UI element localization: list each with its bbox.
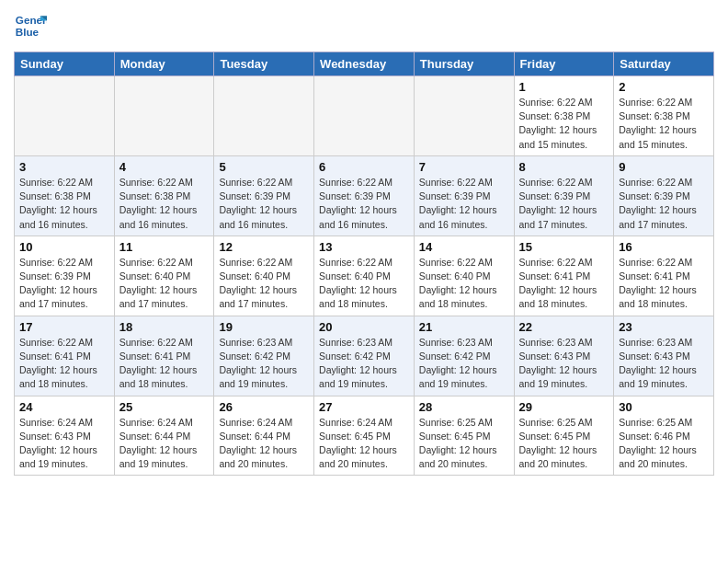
calendar-week-1: 1Sunrise: 6:22 AM Sunset: 6:38 PM Daylig… <box>15 76 714 156</box>
day-info: Sunrise: 6:22 AM Sunset: 6:41 PM Dayligh… <box>119 336 210 392</box>
calendar-cell: 5Sunrise: 6:22 AM Sunset: 6:39 PM Daylig… <box>214 155 314 236</box>
calendar-cell <box>414 76 514 156</box>
day-number: 13 <box>319 240 409 254</box>
day-info: Sunrise: 6:25 AM Sunset: 6:46 PM Dayligh… <box>619 416 709 472</box>
day-number: 28 <box>419 400 509 414</box>
calendar-cell: 7Sunrise: 6:22 AM Sunset: 6:39 PM Daylig… <box>414 155 514 236</box>
calendar-cell: 11Sunrise: 6:22 AM Sunset: 6:40 PM Dayli… <box>114 236 214 316</box>
calendar-cell: 2Sunrise: 6:22 AM Sunset: 6:38 PM Daylig… <box>614 76 714 156</box>
calendar-cell: 10Sunrise: 6:22 AM Sunset: 6:39 PM Dayli… <box>15 236 115 316</box>
day-number: 25 <box>119 400 210 414</box>
day-number: 15 <box>519 240 609 254</box>
day-info: Sunrise: 6:23 AM Sunset: 6:42 PM Dayligh… <box>419 336 509 392</box>
weekday-header-wednesday: Wednesday <box>314 52 415 76</box>
day-number: 16 <box>619 240 709 254</box>
weekday-header-thursday: Thursday <box>414 52 514 76</box>
day-number: 23 <box>619 320 709 334</box>
day-info: Sunrise: 6:22 AM Sunset: 6:39 PM Dayligh… <box>319 176 409 232</box>
calendar-cell: 29Sunrise: 6:25 AM Sunset: 6:45 PM Dayli… <box>514 396 614 476</box>
calendar-cell: 18Sunrise: 6:22 AM Sunset: 6:41 PM Dayli… <box>114 316 214 396</box>
calendar-week-5: 24Sunrise: 6:24 AM Sunset: 6:43 PM Dayli… <box>15 396 714 476</box>
calendar-cell: 1Sunrise: 6:22 AM Sunset: 6:38 PM Daylig… <box>514 76 614 156</box>
day-info: Sunrise: 6:22 AM Sunset: 6:40 PM Dayligh… <box>219 256 309 312</box>
weekday-header-sunday: Sunday <box>15 52 115 76</box>
day-info: Sunrise: 6:22 AM Sunset: 6:39 PM Dayligh… <box>519 176 609 232</box>
day-number: 14 <box>419 240 509 254</box>
calendar-cell <box>314 76 415 156</box>
calendar-cell: 27Sunrise: 6:24 AM Sunset: 6:45 PM Dayli… <box>314 396 415 476</box>
calendar-week-2: 3Sunrise: 6:22 AM Sunset: 6:38 PM Daylig… <box>15 155 714 236</box>
svg-text:Blue: Blue <box>16 26 40 38</box>
calendar-cell: 12Sunrise: 6:22 AM Sunset: 6:40 PM Dayli… <box>214 236 314 316</box>
day-info: Sunrise: 6:25 AM Sunset: 6:45 PM Dayligh… <box>519 416 609 472</box>
calendar-cell: 21Sunrise: 6:23 AM Sunset: 6:42 PM Dayli… <box>414 316 514 396</box>
logo: General Blue <box>14 9 51 42</box>
day-info: Sunrise: 6:22 AM Sunset: 6:39 PM Dayligh… <box>419 176 509 232</box>
logo-icon: General Blue <box>14 9 47 42</box>
calendar-cell: 9Sunrise: 6:22 AM Sunset: 6:39 PM Daylig… <box>614 155 714 236</box>
day-info: Sunrise: 6:22 AM Sunset: 6:41 PM Dayligh… <box>619 256 709 312</box>
day-info: Sunrise: 6:23 AM Sunset: 6:43 PM Dayligh… <box>619 336 709 392</box>
weekday-header-friday: Friday <box>514 52 614 76</box>
day-info: Sunrise: 6:23 AM Sunset: 6:42 PM Dayligh… <box>319 336 409 392</box>
day-info: Sunrise: 6:22 AM Sunset: 6:38 PM Dayligh… <box>519 96 609 152</box>
calendar-cell: 15Sunrise: 6:22 AM Sunset: 6:41 PM Dayli… <box>514 236 614 316</box>
day-info: Sunrise: 6:22 AM Sunset: 6:38 PM Dayligh… <box>19 176 109 232</box>
day-info: Sunrise: 6:23 AM Sunset: 6:42 PM Dayligh… <box>219 336 309 392</box>
day-info: Sunrise: 6:23 AM Sunset: 6:43 PM Dayligh… <box>519 336 609 392</box>
calendar-cell: 16Sunrise: 6:22 AM Sunset: 6:41 PM Dayli… <box>614 236 714 316</box>
weekday-header-tuesday: Tuesday <box>214 52 314 76</box>
day-number: 30 <box>619 400 709 414</box>
day-info: Sunrise: 6:24 AM Sunset: 6:44 PM Dayligh… <box>119 416 210 472</box>
day-info: Sunrise: 6:24 AM Sunset: 6:44 PM Dayligh… <box>219 416 309 472</box>
calendar-cell: 20Sunrise: 6:23 AM Sunset: 6:42 PM Dayli… <box>314 316 415 396</box>
day-info: Sunrise: 6:22 AM Sunset: 6:38 PM Dayligh… <box>119 176 210 232</box>
page: General Blue SundayMondayTuesdayWednesda… <box>0 0 728 485</box>
day-info: Sunrise: 6:22 AM Sunset: 6:40 PM Dayligh… <box>319 256 409 312</box>
calendar-cell: 24Sunrise: 6:24 AM Sunset: 6:43 PM Dayli… <box>15 396 115 476</box>
day-number: 8 <box>519 160 609 174</box>
day-number: 18 <box>119 320 210 334</box>
day-number: 3 <box>19 160 109 174</box>
day-info: Sunrise: 6:24 AM Sunset: 6:43 PM Dayligh… <box>19 416 109 472</box>
day-number: 29 <box>519 400 609 414</box>
day-number: 19 <box>219 320 309 334</box>
day-number: 24 <box>19 400 109 414</box>
calendar-cell <box>15 76 115 156</box>
day-number: 7 <box>419 160 509 174</box>
calendar-cell: 22Sunrise: 6:23 AM Sunset: 6:43 PM Dayli… <box>514 316 614 396</box>
day-info: Sunrise: 6:22 AM Sunset: 6:39 PM Dayligh… <box>19 256 109 312</box>
calendar-cell: 30Sunrise: 6:25 AM Sunset: 6:46 PM Dayli… <box>614 396 714 476</box>
day-number: 4 <box>119 160 210 174</box>
day-number: 26 <box>219 400 309 414</box>
day-info: Sunrise: 6:22 AM Sunset: 6:40 PM Dayligh… <box>119 256 210 312</box>
day-info: Sunrise: 6:22 AM Sunset: 6:41 PM Dayligh… <box>519 256 609 312</box>
calendar-cell: 19Sunrise: 6:23 AM Sunset: 6:42 PM Dayli… <box>214 316 314 396</box>
header: General Blue <box>14 9 714 42</box>
day-number: 2 <box>619 80 709 94</box>
day-info: Sunrise: 6:22 AM Sunset: 6:40 PM Dayligh… <box>419 256 509 312</box>
day-info: Sunrise: 6:25 AM Sunset: 6:45 PM Dayligh… <box>419 416 509 472</box>
day-number: 9 <box>619 160 709 174</box>
calendar-cell: 17Sunrise: 6:22 AM Sunset: 6:41 PM Dayli… <box>15 316 115 396</box>
calendar-cell: 26Sunrise: 6:24 AM Sunset: 6:44 PM Dayli… <box>214 396 314 476</box>
day-info: Sunrise: 6:22 AM Sunset: 6:39 PM Dayligh… <box>619 176 709 232</box>
day-number: 10 <box>19 240 109 254</box>
day-info: Sunrise: 6:22 AM Sunset: 6:38 PM Dayligh… <box>619 96 709 152</box>
day-number: 1 <box>519 80 609 94</box>
day-number: 11 <box>119 240 210 254</box>
day-number: 20 <box>319 320 409 334</box>
calendar-cell <box>114 76 214 156</box>
calendar-cell: 14Sunrise: 6:22 AM Sunset: 6:40 PM Dayli… <box>414 236 514 316</box>
calendar-cell: 3Sunrise: 6:22 AM Sunset: 6:38 PM Daylig… <box>15 155 115 236</box>
calendar-cell: 28Sunrise: 6:25 AM Sunset: 6:45 PM Dayli… <box>414 396 514 476</box>
day-number: 17 <box>19 320 109 334</box>
day-info: Sunrise: 6:22 AM Sunset: 6:39 PM Dayligh… <box>219 176 309 232</box>
day-info: Sunrise: 6:22 AM Sunset: 6:41 PM Dayligh… <box>19 336 109 392</box>
calendar-cell: 25Sunrise: 6:24 AM Sunset: 6:44 PM Dayli… <box>114 396 214 476</box>
calendar-cell <box>214 76 314 156</box>
day-number: 27 <box>319 400 409 414</box>
calendar-cell: 23Sunrise: 6:23 AM Sunset: 6:43 PM Dayli… <box>614 316 714 396</box>
calendar-cell: 6Sunrise: 6:22 AM Sunset: 6:39 PM Daylig… <box>314 155 415 236</box>
day-number: 12 <box>219 240 309 254</box>
